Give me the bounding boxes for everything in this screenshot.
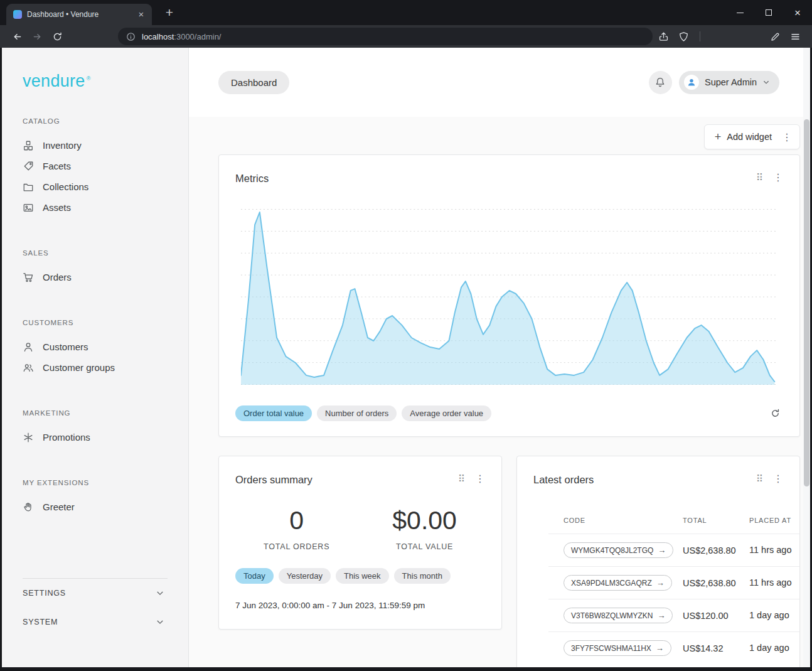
tab-title: Dashboard • Vendure bbox=[27, 10, 131, 19]
arrow-right-icon: → bbox=[656, 643, 664, 653]
widget-options-menu-button[interactable]: ⋮ bbox=[778, 125, 799, 149]
sidebar-item-promotions[interactable]: Promotions bbox=[2, 427, 188, 448]
page-header: Dashboard Super Admin bbox=[189, 48, 810, 117]
sidebar-section-catalog: CATALOG Inventory Facets Collections Ass… bbox=[2, 117, 188, 218]
arrow-right-icon: → bbox=[657, 611, 665, 620]
minimize-icon bbox=[737, 13, 744, 13]
site-info-icon[interactable] bbox=[126, 31, 136, 42]
folder-icon bbox=[23, 181, 34, 193]
section-label-my-extensions: MY EXTENSIONS bbox=[23, 479, 188, 488]
user-menu[interactable]: Super Admin bbox=[679, 71, 779, 94]
sidebar-item-settings[interactable]: SETTINGS bbox=[2, 579, 188, 608]
user-name: Super Admin bbox=[705, 77, 757, 87]
drag-handle[interactable]: ⠿ bbox=[458, 474, 465, 483]
latest-orders-menu-button[interactable]: ⋮ bbox=[773, 473, 783, 485]
range-tab-this-month[interactable]: This month bbox=[394, 568, 451, 584]
notifications-button[interactable] bbox=[649, 71, 672, 94]
metrics-menu-button[interactable]: ⋮ bbox=[773, 171, 783, 183]
forward-button[interactable] bbox=[28, 27, 46, 46]
range-tab-this-week[interactable]: This week bbox=[336, 568, 389, 584]
dashboard-content: + Add widget ⋮ Metrics ⠿ ⋮ bbox=[189, 117, 810, 667]
metric-tab-average-order-value[interactable]: Average order value bbox=[402, 405, 491, 421]
sidebar-item-orders[interactable]: Orders bbox=[2, 267, 188, 287]
order-placed-at: 1 day ago bbox=[749, 610, 799, 621]
latest-orders-widget: Latest orders ⠿ ⋮ CODE TOTAL PLACED AT bbox=[516, 456, 800, 667]
window-close-button[interactable]: × bbox=[783, 0, 812, 25]
date-range-text: 7 Jun 2023, 0:00:00 am - 7 Jun 2023, 11:… bbox=[235, 601, 501, 610]
menu-button[interactable] bbox=[786, 27, 804, 46]
new-tab-button[interactable]: + bbox=[162, 5, 177, 20]
maximize-icon bbox=[766, 9, 772, 16]
reload-button[interactable] bbox=[48, 27, 67, 46]
order-code-link[interactable]: XSA9PD4LM3CGAQRZ→ bbox=[564, 575, 672, 591]
sidebar-item-customer-groups[interactable]: Customer groups bbox=[2, 357, 188, 378]
forward-icon bbox=[32, 31, 43, 42]
sidebar-section-marketing: MARKETING Promotions bbox=[2, 409, 188, 448]
sidebar-item-greeter[interactable]: Greeter bbox=[2, 497, 188, 517]
window-maximize-button[interactable] bbox=[754, 0, 783, 25]
refresh-button[interactable] bbox=[767, 405, 783, 421]
image-icon bbox=[23, 202, 34, 213]
sidebar-item-assets[interactable]: Assets bbox=[2, 197, 188, 218]
order-code-link[interactable]: V3T6BW8ZQLWMYZKN→ bbox=[564, 608, 673, 623]
sidebar-item-system[interactable]: SYSTEM bbox=[2, 608, 188, 636]
chevron-down-icon bbox=[762, 78, 770, 86]
brave-shield-button[interactable] bbox=[674, 27, 693, 46]
drag-handle[interactable]: ⠿ bbox=[756, 173, 763, 182]
drag-handle[interactable]: ⠿ bbox=[756, 474, 763, 483]
sidebar-item-collections[interactable]: Collections bbox=[2, 176, 188, 197]
table-header-row: CODE TOTAL PLACED AT bbox=[548, 517, 799, 534]
browser-window: Dashboard • Vendure × + × localhost:3000… bbox=[0, 0, 812, 671]
add-widget-button[interactable]: + Add widget bbox=[705, 125, 778, 149]
browser-tab-bar: Dashboard • Vendure × + × bbox=[0, 0, 812, 25]
user-avatar-icon bbox=[686, 77, 697, 87]
share-button[interactable] bbox=[654, 27, 673, 46]
latest-orders-table: CODE TOTAL PLACED AT WYMGK4TQQ8JL2TGQ→ U… bbox=[548, 517, 799, 664]
orders-summary-menu-button[interactable]: ⋮ bbox=[475, 473, 485, 485]
breadcrumb-dashboard[interactable]: Dashboard bbox=[218, 71, 289, 94]
logo-text: vendure bbox=[23, 72, 85, 90]
order-code-link[interactable]: 3FY7FSCWSHMA11HX→ bbox=[564, 640, 671, 656]
section-label-catalog: CATALOG bbox=[23, 117, 188, 126]
address-bar[interactable]: localhost:3000/admin/ bbox=[118, 28, 653, 45]
arrow-right-icon: → bbox=[658, 545, 666, 555]
users-icon bbox=[23, 362, 34, 373]
back-button[interactable] bbox=[8, 27, 26, 46]
url-host: localhost bbox=[142, 32, 174, 41]
reload-icon bbox=[52, 31, 63, 42]
order-total: US$2,638.80 bbox=[683, 545, 749, 556]
scrollbar-thumb[interactable] bbox=[804, 119, 809, 486]
tag-icon bbox=[23, 161, 34, 172]
window-minimize-button[interactable] bbox=[725, 0, 754, 25]
chevron-down-icon bbox=[156, 618, 164, 626]
vendure-favicon-icon bbox=[13, 10, 22, 19]
sidebar-item-customers[interactable]: Customers bbox=[2, 336, 188, 357]
scrollbar[interactable] bbox=[803, 48, 810, 667]
edit-button[interactable] bbox=[766, 27, 784, 46]
column-header-placed-at: PLACED AT bbox=[749, 517, 799, 524]
asterisk-icon bbox=[23, 432, 34, 443]
vendure-logo[interactable]: vendure® bbox=[23, 69, 188, 91]
sidebar-item-inventory[interactable]: Inventory bbox=[2, 135, 188, 156]
metrics-widget-title: Metrics bbox=[235, 171, 269, 185]
chevron-down-icon bbox=[156, 589, 164, 598]
range-tab-yesterday[interactable]: Yesterday bbox=[279, 568, 331, 584]
browser-toolbar: localhost:3000/admin/ bbox=[0, 25, 812, 48]
order-placed-at: 1 day ago bbox=[749, 643, 799, 653]
range-tab-today[interactable]: Today bbox=[235, 568, 274, 584]
order-code-link[interactable]: WYMGK4TQQ8JL2TGQ→ bbox=[564, 542, 673, 558]
sidebar-item-facets[interactable]: Facets bbox=[2, 156, 188, 176]
tab-close-icon[interactable]: × bbox=[136, 9, 147, 20]
column-header-code: CODE bbox=[548, 517, 683, 524]
hamburger-icon bbox=[790, 31, 801, 42]
order-placed-at: 11 hrs ago bbox=[749, 545, 799, 556]
back-icon bbox=[12, 31, 23, 42]
browser-tab[interactable]: Dashboard • Vendure × bbox=[6, 4, 152, 25]
metric-tab-order-total-value[interactable]: Order total value bbox=[235, 405, 312, 421]
order-total: US$14.32 bbox=[683, 643, 749, 653]
metric-tab-number-of-orders[interactable]: Number of orders bbox=[317, 405, 397, 421]
table-row: WYMGK4TQQ8JL2TGQ→ US$2,638.80 11 hrs ago bbox=[548, 534, 799, 566]
cart-icon bbox=[23, 272, 34, 283]
url-text: localhost:3000/admin/ bbox=[142, 31, 221, 42]
total-value-label: TOTAL VALUE bbox=[392, 542, 457, 551]
